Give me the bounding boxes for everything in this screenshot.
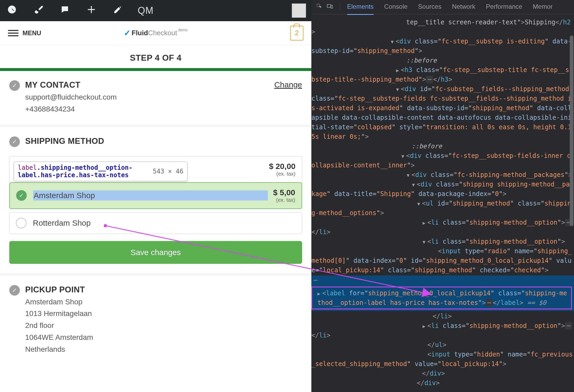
step-indicator: STEP 4 OF 4 [0,45,311,71]
svg-rect-2 [317,4,320,7]
dashboard-icon[interactable] [5,5,19,17]
section-shipping: ✓ SHIPPING METHOD $ 20,00(ex. tax)✓Amste… [0,127,311,276]
menu-button[interactable]: MENU [8,29,41,37]
section-pickup: ✓ PICKUP POINT Amsterdam Shop1013 Hermit… [0,276,311,365]
devtools-tab[interactable]: Sources [418,0,441,15]
contact-phone: +43688434234 [25,103,117,115]
avatar[interactable] [292,3,306,18]
dom-node[interactable]: ▼<div class="shipping shipping-method__p… [311,180,574,199]
dom-node[interactable]: ▼<ul id="shipping_method" class="shippin… [311,199,574,218]
dom-node[interactable]: ▶<li class="shipping-method__option">⋯</… [311,321,574,340]
scrollbar[interactable] [570,14,573,392]
dom-node[interactable]: ▼<div class="fc-step__substep is-editing… [311,37,574,56]
section-contact: ✓ MY CONTACT support@fluidcheckout.com +… [0,71,311,127]
check-icon: ✓ [124,28,131,38]
pickup-address-line: 1013 Hermitagelaan [25,308,93,320]
devtools-tab[interactable]: Network [452,0,475,15]
check-icon: ✓ [9,80,20,91]
shipping-title: SHIPPING METHOD [25,136,104,146]
edit-icon[interactable] [111,5,124,17]
dom-node[interactable]: </div> [311,378,574,388]
dom-node[interactable]: tep__title screen-reader-text">Shipping<… [311,17,574,37]
pickup-address-line: 1064WE Amsterdam [25,332,93,344]
menu-label: MENU [23,29,41,37]
dom-node[interactable]: ::before [311,56,574,65]
devtools-tab[interactable]: Memor [533,0,553,15]
dom-node[interactable]: ▶<li class="shipping-method__option">⋯</… [311,218,574,237]
contact-title: MY CONTACT [25,80,117,90]
dom-node[interactable]: ::before [311,141,574,151]
check-icon: ✓ [9,285,20,296]
devtools-panel: ElementsConsoleSourcesNetworkPerformance… [311,0,574,392]
devtools-tab[interactable]: Performance [486,0,522,15]
dom-node[interactable]: </div> [311,369,574,378]
dom-node[interactable]: </ul> [311,340,574,350]
page-viewport: QM MENU ✓ FluidCheckout demo 2 STEP 4 OF… [0,0,311,392]
plus-icon[interactable] [85,4,98,17]
dom-node[interactable]: </li> [311,311,574,321]
dom-node[interactable]: ▶<h3 class="fc-step__substep-title fc-st… [311,65,574,84]
check-icon: ✓ [9,136,20,147]
cart-button[interactable]: 2 [290,26,303,41]
shipping-option[interactable]: ✓Amsterdam Shop$ 5,00(ex. tax)label.ship… [9,182,302,209]
elements-tree[interactable]: tep__title screen-reader-text">Shipping<… [311,14,574,392]
site-logo[interactable]: ✓ FluidCheckout demo [124,28,187,38]
dom-node[interactable]: ▼<div id="fc-substep__fields--shipping_m… [311,84,574,141]
progress-bar [0,68,311,71]
contact-email: support@fluidcheckout.com [25,91,117,103]
wp-admin-bar: QM [0,0,311,21]
step-title: STEP 4 OF 4 [0,53,311,63]
pickup-address-line: 2nd floor [25,320,93,332]
dom-node[interactable]: <input type="hidden" name="fc_previous_s… [311,350,574,369]
save-button[interactable]: Save changes [9,241,302,264]
svg-rect-4 [331,5,333,8]
hamburger-icon [8,30,19,36]
pickup-address-line: Netherlands [25,344,93,355]
device-icon[interactable] [327,3,333,11]
comment-icon[interactable] [58,5,71,17]
dom-node[interactable]: ▼<div class="fc-step__substep-fields-inn… [311,151,574,170]
shipping-option[interactable]: Rotterdam Shop [9,212,302,234]
shipping-option-label: Rotterdam Shop [33,219,91,228]
pickup-address-line: Amsterdam Shop [25,296,93,308]
dom-node[interactable]: ▶<label for="shipping_method_0_local_pic… [311,277,574,309]
qm-label[interactable]: QM [138,5,154,16]
shipping-option-label: Amsterdam Shop [33,190,268,201]
pickup-title: PICKUP POINT [25,285,93,295]
radio-icon [16,218,26,228]
inspect-icon[interactable] [316,3,322,11]
radio-icon: ✓ [16,190,27,201]
dom-node[interactable]: ▼<div class="fc-shipping-method__package… [311,170,574,180]
change-link[interactable]: Change [274,80,302,89]
site-header: MENU ✓ FluidCheckout demo 2 [0,21,311,45]
brush-icon[interactable] [32,5,45,17]
devtools-toolbar: ElementsConsoleSourcesNetworkPerformance… [311,0,574,14]
svg-rect-3 [327,5,331,7]
inspector-tooltip: label.shipping-method__option-label.has-… [14,162,187,181]
devtools-tab[interactable]: Console [384,0,407,15]
dom-node[interactable]: <input type="radio" name="shipping_metho… [311,246,574,275]
dom-node[interactable]: ▼<li class="shipping-method__option"> [311,237,574,246]
devtools-tab[interactable]: Elements [347,0,374,15]
